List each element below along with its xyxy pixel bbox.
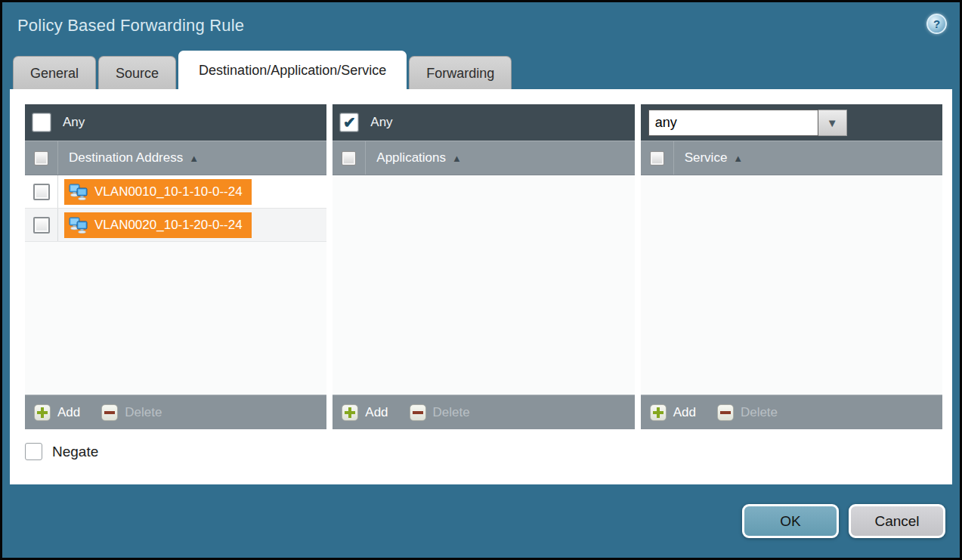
add-label: Add [673,405,696,420]
applications-any-checkbox[interactable]: ✔ [340,113,358,131]
add-label: Add [57,405,80,420]
dialog-titlebar: Policy Based Forwarding Rule ? [2,2,960,51]
sort-ascending-icon: ▲ [452,153,462,163]
applications-column: ✔ Any Applications ▲ [333,104,634,429]
help-icon[interactable]: ? [926,14,947,34]
applications-select-all-cell [333,141,366,175]
dropdown-button[interactable]: ▼ [818,110,847,136]
destination-address-list: VLAN0010_10-1-10-0--24 [25,175,326,394]
tab-destination-application-service[interactable]: Destination/Application/Service [178,51,407,89]
table-row: VLAN0020_10-1-20-0--24 [25,209,326,242]
network-address-icon [69,217,88,234]
applications-list [333,175,634,394]
negate-checkbox[interactable] [25,443,42,460]
delete-service-button[interactable]: Delete [717,404,778,421]
service-select-all-cell [641,141,674,175]
checkmark-icon: ✔ [343,113,356,131]
tab-source[interactable]: Source [98,56,176,89]
service-header-label: Service [685,150,728,166]
sort-ascending-icon: ▲ [733,153,743,163]
help-glyph: ? [933,17,940,30]
add-label: Add [365,405,388,420]
table-row: VLAN0010_10-1-10-0--24 [25,175,326,209]
delete-destination-button[interactable]: Delete [101,404,162,421]
row-checkbox[interactable] [33,184,50,200]
destination-header-label: Destination Address [69,150,183,166]
applications-actions-bar: Add Delete [333,394,634,429]
negate-row: Negate [25,443,942,460]
applications-any-label: Any [370,115,392,130]
add-application-button[interactable]: Add [342,404,388,421]
address-object-label: VLAN0010_10-1-10-0--24 [94,184,243,200]
cancel-button[interactable]: Cancel [849,504,945,538]
address-object[interactable]: VLAN0020_10-1-20-0--24 [64,212,252,238]
service-dropdown-bar: any ▼ [641,104,942,141]
tab-content: Any Destination Address ▲ [10,89,952,484]
service-column: any ▼ Service ▲ [641,104,942,429]
dialog-title: Policy Based Forwarding Rule [17,16,945,36]
tab-bar: General Source Destination/Application/S… [2,51,960,89]
tab-general[interactable]: General [13,56,96,89]
destination-any-bar: Any [25,104,326,141]
destination-address-header[interactable]: Destination Address ▲ [25,141,326,175]
row-checkbox[interactable] [33,217,50,234]
sort-ascending-icon: ▲ [189,153,199,163]
minus-icon [101,404,118,421]
destination-any-label: Any [63,115,85,130]
minus-icon [410,404,426,421]
service-select-all-checkbox[interactable] [650,151,664,166]
add-service-button[interactable]: Add [650,404,696,421]
service-header[interactable]: Service ▲ [641,141,942,175]
policy-based-forwarding-dialog: Policy Based Forwarding Rule ? General S… [0,0,962,560]
chevron-down-icon: ▼ [827,116,838,129]
delete-application-button[interactable]: Delete [410,404,470,421]
address-object[interactable]: VLAN0010_10-1-10-0--24 [64,179,252,205]
ok-button[interactable]: OK [742,504,839,538]
negate-label: Negate [52,444,98,460]
destination-select-all-cell [25,141,58,175]
destination-select-all-checkbox[interactable] [34,151,48,166]
applications-header[interactable]: Applications ▲ [333,141,634,175]
dialog-footer: OK Cancel [2,484,960,558]
service-dropdown[interactable]: any ▼ [648,110,847,136]
network-address-icon [69,184,88,200]
destination-any-checkbox[interactable] [32,113,51,131]
destination-header-label-wrap: Destination Address ▲ [69,150,199,166]
row-checkbox-cell [25,175,58,208]
row-checkbox-cell [25,209,58,241]
tab-forwarding[interactable]: Forwarding [409,56,512,89]
applications-any-bar: ✔ Any [333,104,634,141]
destination-address-column: Any Destination Address ▲ [25,104,326,429]
service-actions-bar: Add Delete [641,394,942,429]
delete-label: Delete [125,405,162,420]
service-dropdown-value[interactable]: any [648,110,818,136]
applications-header-label: Applications [376,150,446,166]
delete-label: Delete [433,405,470,420]
add-destination-button[interactable]: Add [34,404,80,421]
applications-header-label-wrap: Applications ▲ [376,150,462,166]
plus-icon [650,404,667,421]
plus-icon [342,404,358,421]
applications-select-all-checkbox[interactable] [342,151,356,166]
minus-icon [717,404,734,421]
delete-label: Delete [741,405,778,420]
columns-container: Any Destination Address ▲ [25,104,942,429]
service-header-label-wrap: Service ▲ [685,150,744,166]
destination-actions-bar: Add Delete [25,394,326,429]
address-object-label: VLAN0020_10-1-20-0--24 [94,218,243,233]
plus-icon [34,404,51,421]
service-list [641,175,942,394]
